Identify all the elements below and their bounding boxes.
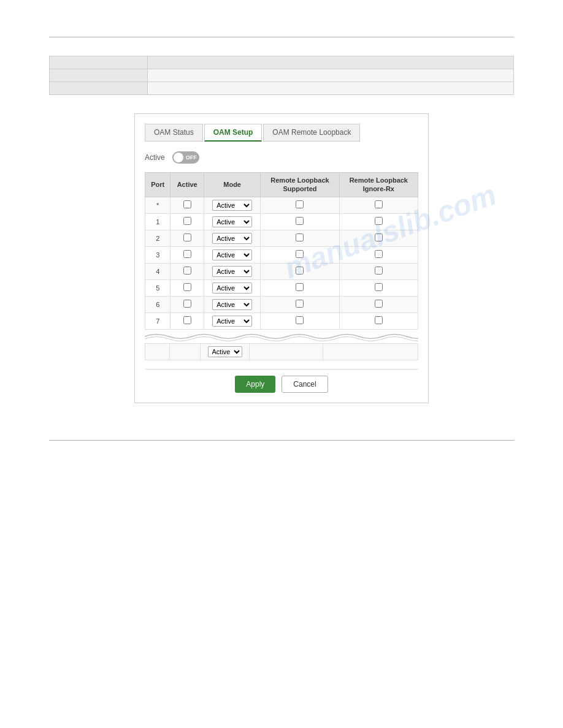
cell-remote-ignore — [339, 197, 418, 213]
truncated-port — [145, 343, 170, 360]
oam-setup-table: Port Active Mode Remote LoopbackSupporte… — [145, 172, 418, 330]
cell-remote-supported — [261, 246, 339, 263]
mode-select[interactable]: ActivePassive — [212, 299, 252, 310]
truncated-row: Active — [145, 343, 418, 360]
remote-supported-checkbox[interactable] — [296, 267, 304, 275]
cell-mode: ActivePassive — [204, 279, 260, 296]
mode-select[interactable]: ActivePassive — [212, 200, 252, 211]
cell-remote-ignore — [339, 296, 418, 313]
table-row: 3ActivePassive — [145, 246, 418, 263]
cell-mode: ActivePassive — [204, 296, 260, 313]
cell-active — [170, 313, 204, 329]
active-checkbox[interactable] — [183, 233, 191, 241]
tab-oam-remote-loopback[interactable]: OAM Remote Loopback — [263, 124, 360, 142]
oam-panel: OAM Status OAM Setup OAM Remote Loopback… — [134, 113, 429, 403]
apply-button[interactable]: Apply — [235, 376, 275, 393]
remote-supported-checkbox[interactable] — [296, 200, 304, 208]
oam-truncated-row-table: Active — [145, 343, 418, 360]
truncated-active — [170, 343, 201, 360]
cell-remote-ignore — [339, 313, 418, 329]
cell-active — [170, 230, 204, 246]
toggle-off-text: OFF — [186, 154, 197, 161]
truncated-remote-supported — [250, 343, 323, 360]
button-row: Apply Cancel — [145, 369, 418, 393]
cell-remote-ignore — [339, 230, 418, 246]
mode-select[interactable]: ActivePassive — [212, 249, 252, 260]
active-checkbox[interactable] — [183, 316, 191, 324]
active-checkbox[interactable] — [183, 267, 191, 275]
active-checkbox[interactable] — [183, 217, 191, 225]
table-row: 2ActivePassive — [145, 230, 418, 246]
info-table — [49, 56, 514, 95]
mode-select[interactable]: ActivePassive — [212, 233, 252, 244]
info-cell-21 — [50, 69, 148, 82]
cell-remote-supported — [261, 279, 339, 296]
cell-mode: ActivePassive — [204, 263, 260, 279]
table-row: 6ActivePassive — [145, 296, 418, 313]
cell-remote-ignore — [339, 279, 418, 296]
truncated-mode-select[interactable]: Active — [208, 346, 242, 357]
cell-active — [170, 246, 204, 263]
th-mode: Mode — [204, 173, 260, 197]
remote-ignore-checkbox[interactable] — [375, 250, 383, 258]
cell-port: 7 — [145, 313, 170, 329]
mode-select[interactable]: ActivePassive — [212, 266, 252, 277]
remote-ignore-checkbox[interactable] — [375, 283, 383, 291]
tab-oam-setup[interactable]: OAM Setup — [204, 124, 262, 142]
remote-supported-checkbox[interactable] — [296, 217, 304, 225]
table-row: 4ActivePassive — [145, 263, 418, 279]
page-wrapper: manualslib.com OAM Status OAM Setup OAM … — [0, 0, 563, 477]
tab-oam-status[interactable]: OAM Status — [145, 124, 203, 142]
cell-mode: ActivePassive — [204, 230, 260, 246]
table-row: 1ActivePassive — [145, 213, 418, 230]
cell-remote-supported — [261, 230, 339, 246]
info-cell-31 — [50, 82, 148, 95]
bottom-rule — [49, 440, 514, 441]
remote-ignore-checkbox[interactable] — [375, 217, 383, 225]
mode-select[interactable]: ActivePassive — [212, 282, 252, 294]
remote-ignore-checkbox[interactable] — [375, 200, 383, 208]
remote-ignore-checkbox[interactable] — [375, 316, 383, 324]
cell-port: 2 — [145, 230, 170, 246]
tab-row: OAM Status OAM Setup OAM Remote Loopback — [145, 124, 418, 142]
cell-active — [170, 213, 204, 230]
remote-ignore-checkbox[interactable] — [375, 267, 383, 275]
cell-mode: ActivePassive — [204, 313, 260, 329]
th-active: Active — [170, 173, 204, 197]
remote-supported-checkbox[interactable] — [296, 283, 304, 291]
th-port: Port — [145, 173, 170, 197]
cell-remote-ignore — [339, 213, 418, 230]
mode-select[interactable]: ActivePassive — [212, 216, 252, 227]
remote-ignore-checkbox[interactable] — [375, 233, 383, 241]
remote-supported-checkbox[interactable] — [296, 233, 304, 241]
remote-ignore-checkbox[interactable] — [375, 300, 383, 308]
info-cell-12 — [148, 56, 514, 69]
info-cell-32 — [148, 82, 514, 95]
table-row: *ActivePassive — [145, 197, 418, 213]
top-rule — [49, 37, 514, 37]
cell-mode: ActivePassive — [204, 246, 260, 263]
info-cell-22 — [148, 69, 514, 82]
cell-mode: ActivePassive — [204, 197, 260, 213]
cell-remote-supported — [261, 313, 339, 329]
cell-remote-supported — [261, 213, 339, 230]
remote-supported-checkbox[interactable] — [296, 300, 304, 308]
cell-port: 1 — [145, 213, 170, 230]
active-checkbox[interactable] — [183, 250, 191, 258]
active-checkbox[interactable] — [183, 283, 191, 291]
active-toggle[interactable]: OFF — [172, 151, 199, 164]
cancel-button[interactable]: Cancel — [282, 376, 327, 393]
remote-supported-checkbox[interactable] — [296, 250, 304, 258]
active-checkbox[interactable] — [183, 200, 191, 208]
active-toggle-row: Active OFF — [145, 151, 418, 164]
cell-remote-ignore — [339, 263, 418, 279]
active-checkbox[interactable] — [183, 300, 191, 308]
cell-remote-supported — [261, 197, 339, 213]
mode-select[interactable]: ActivePassive — [212, 316, 252, 327]
remote-supported-checkbox[interactable] — [296, 316, 304, 324]
info-cell-11 — [50, 56, 148, 69]
cell-active — [170, 296, 204, 313]
cell-port: 6 — [145, 296, 170, 313]
cell-port: 4 — [145, 263, 170, 279]
scroll-indicator — [145, 331, 418, 342]
